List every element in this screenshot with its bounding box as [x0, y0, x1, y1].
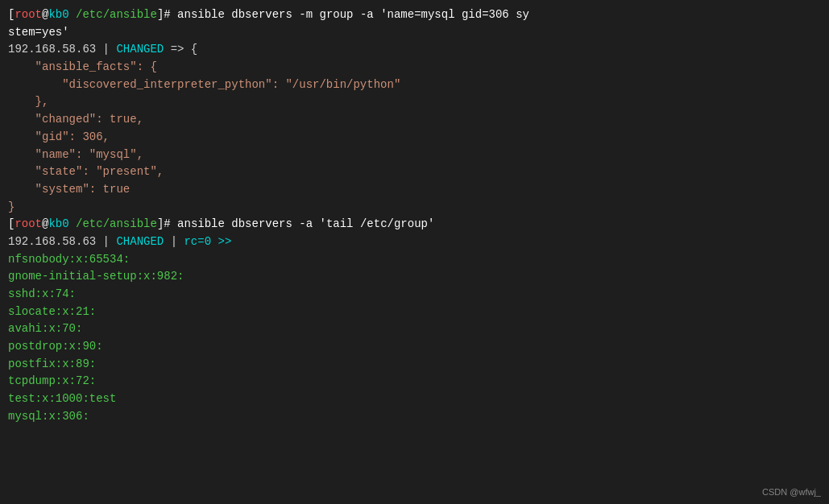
output-line-1: 192.168.58.63 | CHANGED => {: [8, 41, 821, 59]
data-text-5: avahi:x:70:: [8, 322, 82, 335]
json-line-7: "state": "present",: [8, 163, 821, 181]
pipe-3: |: [164, 235, 184, 248]
data-text-3: sshd:x:74:: [8, 287, 76, 300]
json-text-9: }: [8, 200, 15, 213]
json-line-5: "gid": 306,: [8, 129, 821, 147]
data-line-9: test:x:1000:test: [8, 390, 821, 408]
data-line-1: nfsnobody:x:65534:: [8, 251, 821, 269]
changed-badge-1: CHANGED: [116, 43, 164, 56]
changed-badge-2: CHANGED: [116, 235, 164, 248]
json-text-7: "state": "present",: [8, 165, 164, 178]
data-text-6: postdrop:x:90:: [8, 340, 103, 353]
pipe-2: |: [96, 235, 116, 248]
command-text-1: ansible dbservers -m group -a 'name=mysq…: [171, 8, 529, 21]
json-line-9: }: [8, 199, 821, 217]
json-text-2: "discovered_interpreter_python": "/usr/b…: [8, 78, 400, 91]
data-line-6: postdrop:x:90:: [8, 338, 821, 356]
data-text-7: postfix:x:89:: [8, 357, 96, 370]
json-text-3: },: [8, 95, 48, 108]
json-line-2: "discovered_interpreter_python": "/usr/b…: [8, 76, 821, 94]
command-line-1b: stem=yes': [8, 24, 821, 42]
data-text-2: gnome-initial-setup:x:982:: [8, 270, 184, 283]
json-text-5: "gid": 306,: [8, 130, 110, 143]
data-text-1: nfsnobody:x:65534:: [8, 253, 130, 266]
arrow-1: => {: [164, 43, 197, 56]
user-root-1: root: [15, 8, 42, 21]
data-text-4: slocate:x:21:: [8, 305, 96, 318]
json-text-4: "changed": true,: [8, 113, 143, 126]
data-line-4: slocate:x:21:: [8, 304, 821, 321]
json-text-6: "name": "mysql",: [8, 148, 143, 161]
output-line-2: 192.168.58.63 | CHANGED | rc=0 >>: [8, 233, 821, 251]
path-1: /etc/ansible: [76, 8, 157, 21]
json-line-4: "changed": true,: [8, 111, 821, 129]
json-line-1: "ansible_facts": {: [8, 59, 821, 76]
command-line-1: [root@kb0 /etc/ansible]# ansible dbserve…: [8, 6, 821, 24]
data-line-2: gnome-initial-setup:x:982:: [8, 268, 821, 286]
watermark: CSDN @wfwj_: [762, 485, 821, 499]
pipe-1: |: [96, 43, 116, 56]
data-line-3: sshd:x:74:: [8, 286, 821, 304]
terminal: [root@kb0 /etc/ansible]# ansible dbserve…: [8, 6, 821, 426]
json-line-8: "system": true: [8, 181, 821, 199]
json-line-6: "name": "mysql",: [8, 147, 821, 164]
data-text-10: mysql:x:306:: [8, 410, 89, 423]
rc-value: rc=0 >>: [184, 235, 231, 248]
data-line-8: tcpdump:x:72:: [8, 373, 821, 390]
json-text-8: "system": true: [8, 183, 130, 196]
bracket-close-2: ]#: [157, 217, 171, 230]
data-text-9: test:x:1000:test: [8, 392, 116, 405]
ip-address-2: 192.168.58.63: [8, 235, 96, 248]
json-line-3: },: [8, 93, 821, 111]
command-text-1b: stem=yes': [8, 26, 69, 39]
data-line-10: mysql:x:306:: [8, 408, 821, 426]
user-root-2: root: [15, 217, 42, 230]
data-line-7: postfix:x:89:: [8, 356, 821, 374]
json-text-1: "ansible_facts": {: [8, 60, 157, 73]
data-text-8: tcpdump:x:72:: [8, 374, 96, 387]
data-line-5: avahi:x:70:: [8, 320, 821, 338]
bracket-close-1: ]#: [157, 8, 171, 21]
path-2: /etc/ansible: [76, 217, 157, 230]
ip-address-1: 192.168.58.63: [8, 43, 96, 56]
command-text-2: ansible dbservers -a 'tail /etc/group': [171, 217, 435, 230]
hostname-2: kb0: [48, 217, 68, 230]
command-line-2: [root@kb0 /etc/ansible]# ansible dbserve…: [8, 216, 821, 233]
hostname-1: kb0: [48, 8, 68, 21]
